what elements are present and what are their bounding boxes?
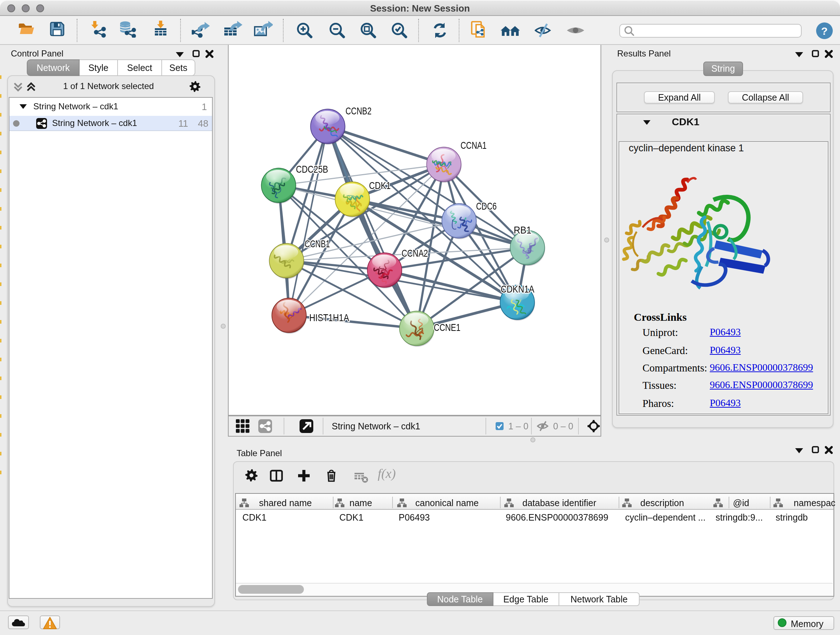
svg-text:CCNB2: CCNB2 bbox=[345, 105, 371, 117]
svg-text:CCNA2: CCNA2 bbox=[401, 248, 428, 259]
svg-text:RB1: RB1 bbox=[513, 225, 531, 236]
svg-text:CCNB1: CCNB1 bbox=[304, 238, 330, 249]
svg-text:CDKN1A: CDKN1A bbox=[500, 283, 534, 295]
svg-text:HIST1H1A: HIST1H1A bbox=[309, 312, 349, 323]
svg-text:CCNE1: CCNE1 bbox=[433, 322, 460, 333]
svg-text:CDC25B: CDC25B bbox=[295, 164, 328, 175]
svg-text:CCNA1: CCNA1 bbox=[460, 140, 486, 151]
svg-text:CDC6: CDC6 bbox=[476, 201, 496, 212]
svg-text:CDK1: CDK1 bbox=[369, 180, 390, 191]
